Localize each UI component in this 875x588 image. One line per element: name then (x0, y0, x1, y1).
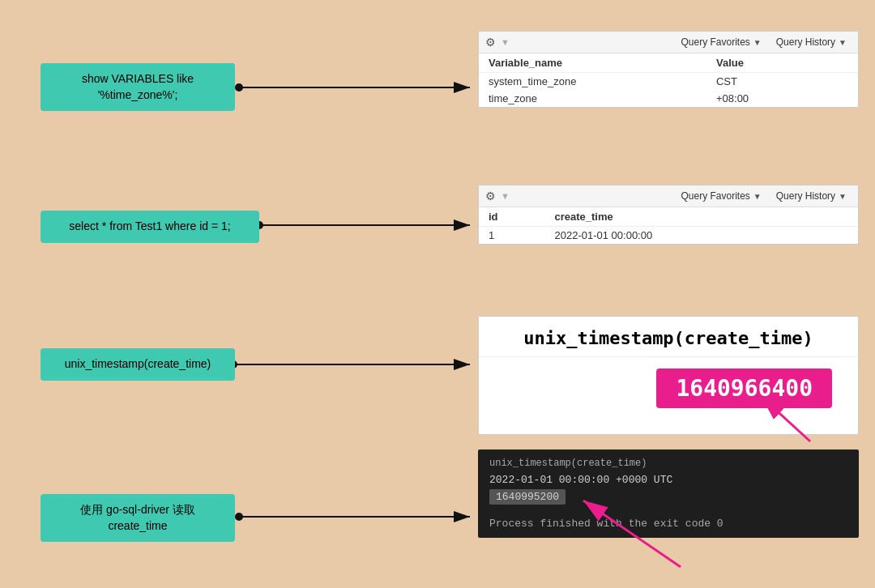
table-row: 1 2022-01-01 00:00:00 (479, 227, 858, 245)
cell-datetime: 2022-01-01 00:00:00 (544, 227, 813, 245)
terminal-highlight-wrapper: 1640995200 (489, 489, 847, 511)
cell-time-zone: time_zone (479, 90, 706, 107)
gear-icon-1[interactable]: ⚙ (485, 36, 496, 49)
col-id: id (479, 207, 544, 227)
query-box-2: select * from Test1 where id = 1; (41, 211, 259, 243)
terminal-line-3: Process finished with the exit code 0 (489, 518, 847, 530)
terminal-highlight-value: 1640995200 (489, 489, 566, 505)
query-box-2-text: select * from Test1 where id = 1; (69, 219, 230, 232)
unix-value: 1640966400 (656, 369, 832, 408)
chevron-down-icon-3: ▼ (753, 192, 762, 201)
gear-icon-2[interactable]: ⚙ (485, 190, 496, 202)
query-history-btn-1[interactable]: Query History ▼ (771, 35, 852, 49)
col-create-time: create_time (544, 207, 813, 227)
query-box-4: 使用 go-sql-driver 读取create_time (41, 494, 235, 542)
svg-point-2 (235, 83, 243, 92)
query-history-label-2: Query History (776, 190, 835, 202)
query-history-label-1: Query History (776, 36, 835, 48)
query-history-btn-2[interactable]: Query History ▼ (771, 189, 852, 203)
query-box-3-text: unix_timestamp(create_time) (65, 357, 211, 370)
query-favorites-btn-2[interactable]: Query Favorites ▼ (676, 189, 766, 203)
query-favorites-btn-1[interactable]: Query Favorites ▼ (676, 35, 766, 49)
query-box-1-text: show VARIABLES like'%time_zone%'; (82, 72, 194, 101)
table-row: time_zone +08:00 (479, 90, 858, 107)
result-table-1: Variable_name Value system_time_zone CST… (479, 53, 858, 107)
col-variable-name: Variable_name (479, 53, 706, 73)
chevron-down-icon-2: ▼ (839, 38, 847, 47)
unix-header: unix_timestamp(create_time) (479, 317, 858, 356)
terminal-line-top: unix_timestamp(create_time) (489, 458, 847, 469)
result-table-2: id create_time 1 2022-01-01 00:00:00 (479, 207, 858, 244)
col-value-1: Value (706, 53, 817, 73)
cell-id-value: 1 (479, 227, 544, 245)
terminal-line-1: 2022-01-01 00:00:00 +0000 UTC (489, 474, 847, 486)
svg-point-8 (235, 513, 243, 521)
terminal-panel: unix_timestamp(create_time) 2022-01-01 0… (478, 450, 859, 538)
query-favorites-label-2: Query Favorites (681, 190, 749, 202)
cell-offset: +08:00 (706, 90, 817, 107)
cell-cst: CST (706, 73, 817, 91)
col-empty-1 (817, 53, 858, 73)
result-panel-1: ⚙ ▼ Query Favorites ▼ Query History ▼ Va… (478, 31, 859, 108)
col-empty-2 (813, 207, 858, 227)
cell-system-time-zone: system_time_zone (479, 73, 706, 91)
query-box-3: unix_timestamp(create_time) (41, 348, 235, 381)
panel-header-2: ⚙ ▼ Query Favorites ▼ Query History ▼ (479, 185, 858, 207)
result-panel-2: ⚙ ▼ Query Favorites ▼ Query History ▼ id… (478, 185, 859, 245)
panel-header-1: ⚙ ▼ Query Favorites ▼ Query History ▼ (479, 32, 858, 53)
chevron-down-icon-1: ▼ (753, 38, 762, 47)
query-box-4-text: 使用 go-sql-driver 读取create_time (80, 503, 195, 532)
unix-result-panel: unix_timestamp(create_time) 1640966400 (478, 316, 859, 435)
query-box-1: show VARIABLES like'%time_zone%'; (41, 63, 235, 111)
chevron-down-icon-4: ▼ (839, 192, 847, 201)
table-row: system_time_zone CST (479, 73, 858, 91)
diagram-container: show VARIABLES like'%time_zone%'; select… (0, 0, 875, 588)
query-favorites-label-1: Query Favorites (681, 36, 749, 48)
